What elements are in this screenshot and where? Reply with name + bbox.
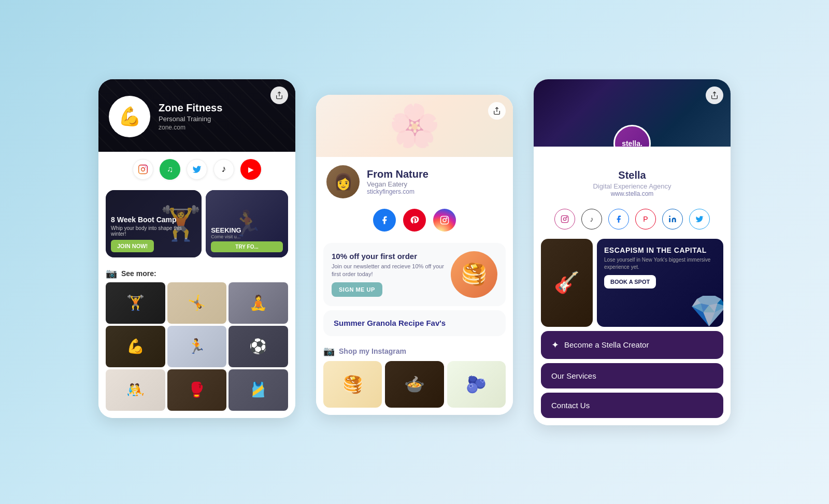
share-button-3[interactable] <box>706 87 723 104</box>
avatar-icon: 👩 <box>334 172 353 191</box>
svg-point-9 <box>669 215 670 217</box>
svg-rect-6 <box>561 215 568 222</box>
stella-logo-text: stella. <box>622 139 642 147</box>
fitness-icon: 💪 <box>118 106 141 127</box>
escapism-title: ESCAPISM IN THE CAPITAL <box>604 246 716 254</box>
stella-card: stella. Stella Digital Experience Agency… <box>534 79 731 425</box>
creator-label: Become a Stella Creator <box>564 340 649 349</box>
brand-subtitle-2: Vegan Eatery <box>367 180 428 188</box>
join-now-button[interactable]: JOIN NOW! <box>111 240 154 252</box>
insta-photo-1[interactable]: 🥞 <box>323 361 382 408</box>
book-spot-button[interactable]: BOOK A SPOT <box>604 275 656 289</box>
svg-point-4 <box>443 219 446 222</box>
photo-grid: 🏋 🤸 🧘 💪 🏃 ⚽ 🤼 🥊 🎽 <box>98 282 295 418</box>
stella-subtitle: Digital Experience Agency <box>544 182 720 190</box>
food-pattern-icon: 🌸 <box>389 102 440 150</box>
cards-container: 💪 Zone Fitness Personal Training zone.co… <box>78 59 751 446</box>
instagram-icon[interactable] <box>133 159 153 180</box>
seeking-subtitle: Come visit u... <box>211 234 283 239</box>
sign-up-button[interactable]: SIGN ME UP <box>332 282 382 297</box>
pinterest-icon[interactable] <box>403 209 426 232</box>
svg-point-2 <box>145 166 146 167</box>
svg-point-8 <box>566 217 567 217</box>
escapism-description: Lose yourself in New York's biggest imme… <box>604 256 716 271</box>
card3-social-icons: ♪ P <box>534 203 731 235</box>
stella-name: Stella <box>544 169 720 181</box>
insta-photo-2[interactable]: 🍲 <box>385 361 444 408</box>
bootcamp-title: 8 Week Boot Camp <box>111 215 196 224</box>
from-nature-card: 🌸 👩 From Nature Vegan Eatery stickyfinge… <box>316 95 513 415</box>
twitter-icon-3[interactable] <box>689 209 710 229</box>
seeking-post[interactable]: 🏃 SEEKING Come visit u... TRY FO... <box>206 190 288 257</box>
gym-photo-3[interactable]: 🧘 <box>228 282 288 324</box>
card2-header: 🌸 <box>316 95 513 157</box>
instagram-icon-2[interactable] <box>433 209 456 232</box>
seeking-title: SEEKING <box>211 226 283 234</box>
contact-label: Contact Us <box>551 401 590 410</box>
youtube-icon[interactable]: ▶ <box>240 159 261 180</box>
gym-photo-9[interactable]: 🎽 <box>228 369 288 411</box>
try-button[interactable]: TRY FO... <box>211 241 283 252</box>
card2-profile: 👩 From Nature Vegan Eatery stickyfingers… <box>316 157 513 204</box>
card3-header: stella. <box>534 79 731 147</box>
escapism-content: ESCAPISM IN THE CAPITAL Lose yourself in… <box>604 246 716 289</box>
crystal-icon: 💎 <box>690 293 723 327</box>
gym-photo-8[interactable]: 🥊 <box>167 369 227 411</box>
facebook-icon[interactable] <box>373 209 396 232</box>
instagram-photos: 🥞 🍲 🫐 <box>316 361 513 415</box>
shop-instagram-label: Shop my Instagram <box>339 347 406 355</box>
brand-website-2: stickyfingers.com <box>367 188 428 195</box>
svg-point-1 <box>141 167 145 171</box>
tiktok-icon[interactable]: ♪ <box>213 159 234 180</box>
share-button-1[interactable] <box>270 87 288 104</box>
svg-rect-3 <box>441 216 449 224</box>
promo-card: 10% off your first order Join our newsle… <box>323 243 506 306</box>
see-more-instagram-icon: 📷 <box>106 268 117 279</box>
card1-brand-info: Zone Fitness Personal Training zone.com <box>159 102 222 131</box>
shop-instagram-row: 📷 Shop my Instagram <box>316 340 513 361</box>
linkedin-icon-3[interactable] <box>662 209 683 229</box>
recipe-link[interactable]: Summer Granola Recipe Fav's <box>323 310 506 336</box>
gym-photo-1[interactable]: 🏋 <box>106 282 165 324</box>
brand-website: zone.com <box>159 124 222 131</box>
promo-description: Join our newsletter and recieve 10% off … <box>332 263 445 279</box>
card1-social-icons: ♫ ♪ ▶ <box>98 152 295 185</box>
share-button-2[interactable] <box>488 102 506 120</box>
gym-photo-7[interactable]: 🤼 <box>106 369 165 411</box>
facebook-icon-3[interactable] <box>608 209 629 229</box>
bootcamp-post[interactable]: 🏋 8 Week Boot Camp Whip your body into s… <box>106 190 202 257</box>
gym-photo-5[interactable]: 🏃 <box>167 326 227 367</box>
stella-website: www.stella.com <box>544 190 720 197</box>
card1-header: 💪 Zone Fitness Personal Training zone.co… <box>98 79 295 152</box>
see-more-label: See more: <box>121 269 156 278</box>
card3-profile: Stella Digital Experience Agency www.ste… <box>534 147 731 203</box>
featured-row: 🎸 ESCAPISM IN THE CAPITAL Lose yourself … <box>534 235 731 331</box>
card2-brand-info: From Nature Vegan Eatery stickyfingers.c… <box>367 168 428 195</box>
services-label: Our Services <box>551 371 596 380</box>
featured-image: 🎸 <box>541 239 593 327</box>
bootcamp-subtitle: Whip your body into shape this winter! <box>111 225 196 237</box>
instagram-icon-3[interactable] <box>554 209 575 229</box>
zone-fitness-logo: 💪 <box>109 96 150 137</box>
recipe-link-text: Summer Granola Recipe Fav's <box>334 319 446 327</box>
insta-photo-3[interactable]: 🫐 <box>447 361 506 408</box>
see-more-row: 📷 See more: <box>98 263 295 282</box>
gym-photo-4[interactable]: 💪 <box>106 326 165 367</box>
gym-photo-6[interactable]: ⚽ <box>228 326 288 367</box>
become-creator-button[interactable]: ✦ Become a Stella Creator <box>541 331 723 359</box>
spotify-icon[interactable]: ♫ <box>160 159 180 180</box>
promo-food-image: 🥞 <box>451 251 497 298</box>
promo-text: 10% off your first order Join our newsle… <box>332 252 445 297</box>
contact-us-button[interactable]: Contact Us <box>541 393 723 418</box>
escapism-card: ESCAPISM IN THE CAPITAL Lose yourself in… <box>597 239 723 327</box>
pinterest-icon-3[interactable]: P <box>635 209 656 229</box>
brand-name-2: From Nature <box>367 168 428 180</box>
our-services-button[interactable]: Our Services <box>541 363 723 388</box>
brand-name: Zone Fitness <box>159 102 222 114</box>
card2-social-icons <box>316 204 513 239</box>
brand-subtitle: Personal Training <box>159 115 222 123</box>
tiktok-icon-3[interactable]: ♪ <box>581 209 602 229</box>
gym-photo-2[interactable]: 🤸 <box>167 282 227 324</box>
twitter-icon[interactable] <box>187 159 207 180</box>
creator-icon: ✦ <box>551 339 559 351</box>
